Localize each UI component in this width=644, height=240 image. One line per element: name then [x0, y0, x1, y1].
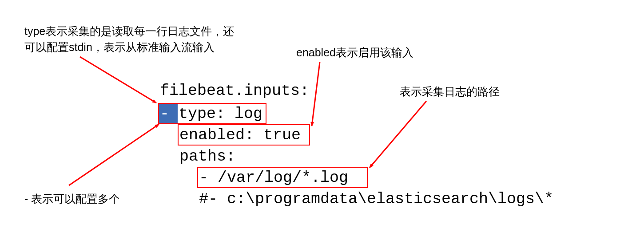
annotation-dash: - 表示可以配置多个 — [24, 191, 120, 207]
code-line-enabled: enabled: true — [179, 128, 301, 143]
svg-line-2 — [370, 101, 426, 168]
annotation-enabled: enabled表示启用该输入 — [296, 44, 413, 60]
annotation-type-line2: 可以配置stdin，表示从标准输入流输入 — [24, 39, 215, 55]
code-line-paths: paths: — [179, 149, 235, 165]
code-line-type: type: log — [179, 106, 262, 122]
svg-line-3 — [69, 124, 159, 185]
annotation-type-line1: type表示采集的是读取每一行日志文件，还 — [24, 23, 234, 39]
code-line-path: - /var/log/*.log — [199, 170, 348, 186]
code-line-filebeat: filebeat.inputs: — [160, 83, 309, 99]
annotation-paths: 表示采集日志的路径 — [400, 83, 500, 99]
svg-line-1 — [312, 62, 320, 126]
code-line-comment: #- c:\programdata\elasticsearch\logs\* — [199, 192, 553, 207]
svg-line-0 — [80, 57, 156, 103]
diagram-stage: type表示采集的是读取每一行日志文件，还 可以配置stdin，表示从标准输入流… — [0, 0, 644, 240]
code-line-dash: - — [160, 106, 179, 122]
